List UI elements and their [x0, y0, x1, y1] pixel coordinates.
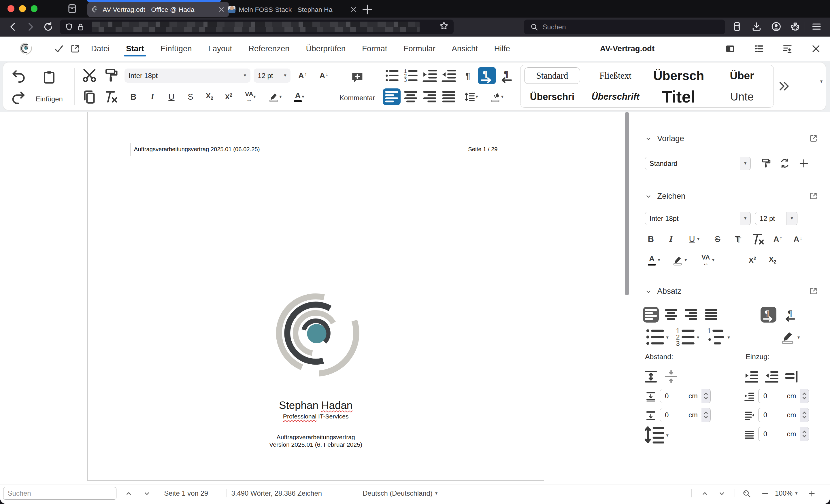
toolbar-overflow-chevrons[interactable]: [777, 80, 790, 93]
sidebar-decrease-indent-button[interactable]: [764, 369, 779, 384]
sidebar-italic-button[interactable]: I: [663, 231, 679, 247]
menu-layout[interactable]: Layout: [207, 38, 233, 60]
firefox-view-icon[interactable]: [67, 3, 78, 14]
font-size-combo[interactable]: 12 pt▾: [254, 69, 291, 83]
menu-einfuegen[interactable]: Einfügen: [159, 38, 193, 60]
style-untertitel[interactable]: Unte: [710, 86, 773, 107]
hanging-indent-button[interactable]: [784, 369, 799, 384]
next-page-icon[interactable]: [718, 490, 726, 498]
first-line-indent-spinner[interactable]: 0cm: [758, 427, 809, 441]
sidebar-line-spacing-button[interactable]: [643, 427, 666, 443]
document-scrollbar-thumb[interactable]: [625, 112, 629, 295]
tab-foss-stack[interactable]: Mein FOSS-Stack - Stephan Ha: [224, 2, 362, 17]
document-page[interactable]: Auftragsverarbeitungsvertrag 2025.01 (06…: [87, 112, 544, 481]
line-spacing-caret[interactable]: ▾: [666, 433, 669, 438]
container-panel-icon[interactable]: [731, 21, 743, 32]
sidebar-font-name-combo[interactable]: Inter 18pt ▾: [645, 212, 751, 226]
italic-button[interactable]: I: [143, 89, 161, 105]
style-ueberschrift4[interactable]: Überschrift: [584, 86, 647, 107]
space-below-spinner[interactable]: 0cm: [660, 408, 711, 422]
language-selector[interactable]: Deutsch (Deutschland)▾: [362, 484, 438, 502]
back-button[interactable]: [7, 21, 19, 33]
menu-datei[interactable]: Datei: [90, 38, 111, 60]
chevron-down-icon[interactable]: [645, 193, 652, 200]
vorlage-dialog-icon[interactable]: [809, 134, 818, 143]
word-count[interactable]: 3.490 Wörter, 28.386 Zeichen: [231, 484, 322, 502]
insert-comment-button[interactable]: Kommentar: [333, 63, 382, 110]
sidebar-highlight-button[interactable]: ▾: [668, 252, 691, 268]
outline-list-caret[interactable]: ▾: [728, 335, 730, 340]
tab-av-vertrag[interactable]: AV-Vertrag.odt - Office @ Hada: [87, 2, 229, 17]
style-paint-roller-icon[interactable]: [760, 158, 771, 169]
underline-button[interactable]: U: [163, 89, 181, 105]
menu-ueberpruefen[interactable]: Überprüfen: [305, 38, 347, 60]
zeichen-section-header[interactable]: Zeichen: [645, 192, 685, 201]
user-list-icon[interactable]: [782, 43, 793, 55]
bullet-list-caret[interactable]: ▾: [666, 335, 669, 340]
style-ueberschrift2[interactable]: Über: [710, 65, 773, 86]
find-next-icon[interactable]: [143, 490, 151, 498]
sidebar-subscript-button[interactable]: X2: [765, 252, 780, 268]
align-justify-button[interactable]: [440, 89, 458, 105]
close-window-button[interactable]: [7, 5, 14, 12]
font-color-button[interactable]: A▾: [287, 89, 311, 105]
browser-search-field[interactable]: Suchen: [524, 20, 725, 34]
sidebar-strikethrough-button[interactable]: S: [709, 231, 725, 247]
sidebar-bold-button[interactable]: B: [643, 231, 659, 247]
numbered-list-button[interactable]: 123: [402, 67, 420, 84]
previous-page-icon[interactable]: [701, 490, 709, 498]
undo-button[interactable]: [9, 67, 27, 84]
lock-icon[interactable]: [76, 23, 85, 31]
sidebar-clear-format-button[interactable]: [750, 231, 766, 247]
find-previous-icon[interactable]: [125, 490, 133, 498]
sidebar-shadow-button[interactable]: T: [730, 231, 745, 247]
format-paint-button[interactable]: [102, 67, 120, 84]
absatz-dialog-icon[interactable]: [809, 287, 818, 296]
paste-dropdown-caret[interactable]: ▾: [820, 79, 823, 84]
bullet-list-button[interactable]: [383, 67, 401, 84]
sidebar-align-center-button[interactable]: [663, 307, 679, 323]
save-check-icon[interactable]: [54, 43, 64, 54]
menu-referenzen[interactable]: Referenzen: [247, 38, 290, 60]
chevron-down-icon[interactable]: [645, 288, 652, 295]
sidebar-align-left-button[interactable]: [643, 307, 659, 323]
char-spacing-button[interactable]: VA↔▾: [238, 89, 262, 105]
copy-button[interactable]: [81, 89, 98, 105]
space-above-spinner[interactable]: 0cm: [660, 389, 711, 403]
sidebar-font-size-combo[interactable]: 12 pt ▾: [755, 212, 797, 226]
chevron-down-icon[interactable]: [645, 135, 652, 142]
minimize-window-button[interactable]: [19, 5, 26, 12]
open-external-icon[interactable]: [70, 43, 81, 54]
outline-list-icon[interactable]: [753, 43, 765, 55]
find-input[interactable]: [3, 487, 117, 500]
sidebar-bullet-list-button[interactable]: [643, 329, 666, 345]
bold-button[interactable]: B: [125, 89, 142, 105]
indent-after-spinner[interactable]: 0cm: [758, 408, 809, 422]
fullscreen-window-button[interactable]: [31, 5, 38, 12]
paragraph-bg-caret[interactable]: ▾: [797, 335, 800, 340]
highlight-color-button[interactable]: ▾: [263, 89, 286, 105]
sidebar-shrink-font-button[interactable]: A↓: [790, 231, 806, 247]
formatting-marks-toggle[interactable]: ¶: [478, 67, 496, 84]
zoom-out-icon[interactable]: [761, 490, 769, 498]
zoom-level[interactable]: 100%▾: [775, 484, 798, 502]
increase-indent-button[interactable]: [421, 67, 439, 84]
menu-hamburger-icon[interactable]: [811, 21, 822, 32]
sidebar-align-justify-button[interactable]: [703, 307, 719, 323]
vorlage-section-header[interactable]: Vorlage: [645, 134, 684, 143]
sidebar-grow-font-button[interactable]: A↑: [770, 231, 786, 247]
align-left-button[interactable]: [383, 89, 401, 105]
downloads-icon[interactable]: [751, 21, 762, 32]
absatz-section-header[interactable]: Absatz: [645, 287, 681, 296]
sidebar-numbered-list-button[interactable]: 123: [673, 329, 697, 345]
sidebar-paragraph-bg-button[interactable]: [779, 329, 795, 345]
clear-formatting-button[interactable]: [102, 89, 120, 105]
sidebar-outline-list-button[interactable]: 1: [704, 329, 728, 345]
sidebar-rtl-button[interactable]: ¶: [781, 307, 797, 323]
style-new-icon[interactable]: [798, 158, 809, 169]
style-update-icon[interactable]: [779, 158, 791, 169]
numbered-list-caret[interactable]: ▾: [697, 335, 699, 340]
decrease-spacing-button[interactable]: [663, 369, 679, 384]
reload-button[interactable]: [42, 21, 54, 33]
zeichen-dialog-icon[interactable]: [809, 192, 818, 200]
